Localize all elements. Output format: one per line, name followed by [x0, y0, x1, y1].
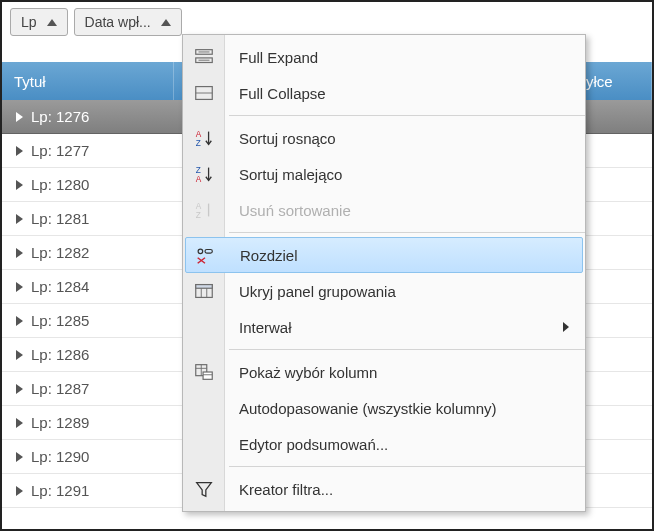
group-row-label: Lp: 1280: [31, 176, 89, 193]
menu-item-label: Autodopasowanie (wszystkie kolumny): [239, 400, 497, 417]
svg-rect-16: [205, 250, 212, 254]
group-row-label: Lp: 1291: [31, 482, 89, 499]
expand-icon: [16, 248, 23, 258]
menu-full-collapse[interactable]: Full Collapse: [183, 75, 585, 111]
expand-icon: [16, 282, 23, 292]
menu-separator: [229, 232, 585, 233]
group-row-label: Lp: 1290: [31, 448, 89, 465]
menu-item-label: Full Expand: [239, 49, 318, 66]
svg-text:Z: Z: [196, 139, 201, 148]
group-chip-label: Lp: [21, 14, 37, 30]
menu-item-label: Sortuj rosnąco: [239, 130, 336, 147]
menu-item-label: Full Collapse: [239, 85, 326, 102]
svg-text:A: A: [196, 130, 202, 139]
column-header-label: Tytuł: [14, 73, 46, 90]
svg-text:Z: Z: [196, 211, 201, 220]
menu-item-label: Edytor podsumowań...: [239, 436, 388, 453]
ungroup-icon: [192, 242, 218, 268]
group-row-label: Lp: 1276: [31, 108, 89, 125]
column-header-label: yłce: [586, 73, 613, 90]
svg-rect-26: [203, 372, 212, 379]
menu-separator: [229, 115, 585, 116]
clear-sort-icon: AZ: [191, 197, 217, 223]
expand-icon: [16, 214, 23, 224]
submenu-arrow-icon: [563, 322, 569, 332]
group-row-label: Lp: 1285: [31, 312, 89, 329]
expand-icon: [16, 418, 23, 428]
expand-icon: [16, 112, 23, 122]
sort-asc-icon: [47, 19, 57, 26]
expand-icon: [16, 180, 23, 190]
menu-separator: [229, 466, 585, 467]
svg-text:A: A: [196, 202, 202, 211]
svg-text:A: A: [196, 175, 202, 184]
autofit-icon: [191, 395, 217, 421]
menu-full-expand[interactable]: Full Expand: [183, 39, 585, 75]
summary-editor-icon: [191, 431, 217, 457]
menu-autofit[interactable]: Autodopasowanie (wszystkie kolumny): [183, 390, 585, 426]
group-row-label: Lp: 1284: [31, 278, 89, 295]
funnel-icon: [191, 476, 217, 502]
menu-filter-wizard[interactable]: Kreator filtra...: [183, 471, 585, 507]
group-row-label: Lp: 1282: [31, 244, 89, 261]
group-chip-date[interactable]: Data wpł...: [74, 8, 182, 36]
menu-separator: [229, 349, 585, 350]
expand-icon: [16, 452, 23, 462]
menu-summary-editor[interactable]: Edytor podsumowań...: [183, 426, 585, 462]
sort-asc-icon: [161, 19, 171, 26]
group-chip-label: Data wpł...: [85, 14, 151, 30]
group-row-label: Lp: 1287: [31, 380, 89, 397]
full-collapse-icon: [191, 80, 217, 106]
expand-icon: [16, 486, 23, 496]
sort-asc-icon: AZ: [191, 125, 217, 151]
expand-icon: [16, 384, 23, 394]
menu-sort-desc[interactable]: ZA Sortuj malejąco: [183, 156, 585, 192]
menu-item-label: Usuń sortowanie: [239, 202, 351, 219]
menu-item-label: Interwał: [239, 319, 292, 336]
hide-group-panel-icon: [191, 278, 217, 304]
group-chip-lp[interactable]: Lp: [10, 8, 68, 36]
interval-icon: [191, 314, 217, 340]
column-chooser-icon: [191, 359, 217, 385]
menu-item-label: Kreator filtra...: [239, 481, 333, 498]
menu-ungroup[interactable]: Rozdziel: [185, 237, 583, 273]
column-header-title[interactable]: Tytuł: [2, 62, 174, 100]
context-menu: Full Expand Full Collapse AZ Sortuj rosn…: [182, 34, 586, 512]
full-expand-icon: [191, 44, 217, 70]
sort-desc-icon: ZA: [191, 161, 217, 187]
svg-text:Z: Z: [196, 166, 201, 175]
group-row-label: Lp: 1281: [31, 210, 89, 227]
menu-item-label: Pokaż wybór kolumn: [239, 364, 377, 381]
menu-item-label: Rozdziel: [240, 247, 298, 264]
svg-rect-20: [196, 285, 213, 289]
menu-column-chooser[interactable]: Pokaż wybór kolumn: [183, 354, 585, 390]
menu-interval[interactable]: Interwał: [183, 309, 585, 345]
group-row-label: Lp: 1286: [31, 346, 89, 363]
svg-point-15: [198, 249, 203, 254]
expand-icon: [16, 316, 23, 326]
group-row-label: Lp: 1277: [31, 142, 89, 159]
menu-hide-group-panel[interactable]: Ukryj panel grupowania: [183, 273, 585, 309]
group-row-label: Lp: 1289: [31, 414, 89, 431]
menu-item-label: Sortuj malejąco: [239, 166, 342, 183]
menu-item-label: Ukryj panel grupowania: [239, 283, 396, 300]
menu-clear-sort: AZ Usuń sortowanie: [183, 192, 585, 228]
menu-sort-asc[interactable]: AZ Sortuj rosnąco: [183, 120, 585, 156]
expand-icon: [16, 146, 23, 156]
expand-icon: [16, 350, 23, 360]
